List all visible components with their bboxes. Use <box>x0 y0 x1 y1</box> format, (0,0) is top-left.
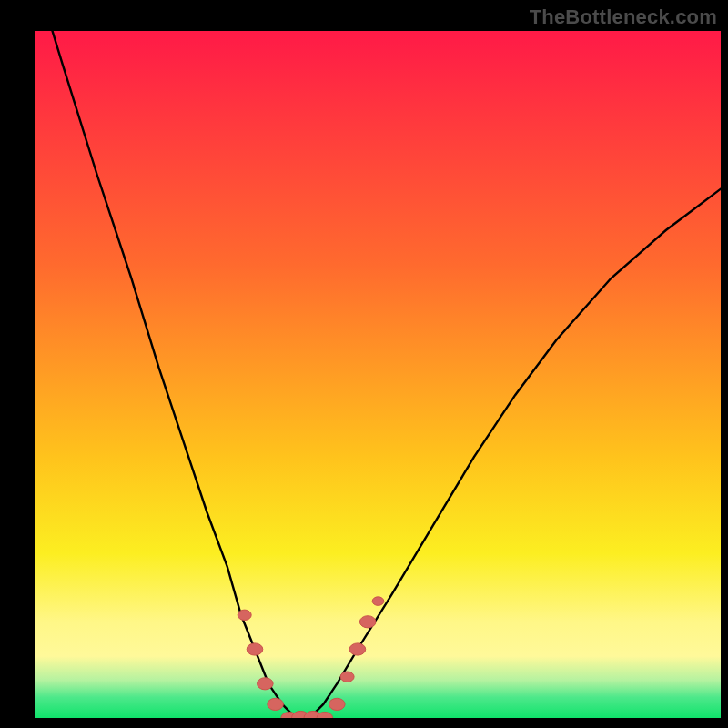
curve-marker-11 <box>359 616 376 628</box>
curve-marker-8 <box>329 698 346 710</box>
curve-marker-2 <box>258 678 274 690</box>
curve-marker-12 <box>372 597 384 606</box>
curve-marker-0 <box>238 610 251 620</box>
chart-svg <box>35 31 721 718</box>
plot-area <box>35 31 721 718</box>
curve-marker-9 <box>340 672 354 682</box>
curve-marker-3 <box>268 698 284 710</box>
chart-frame: TheBottleneck.com <box>0 0 728 728</box>
curve-marker-1 <box>247 643 263 655</box>
curve-marker-10 <box>349 643 366 655</box>
watermark-text: TheBottleneck.com <box>530 5 717 29</box>
